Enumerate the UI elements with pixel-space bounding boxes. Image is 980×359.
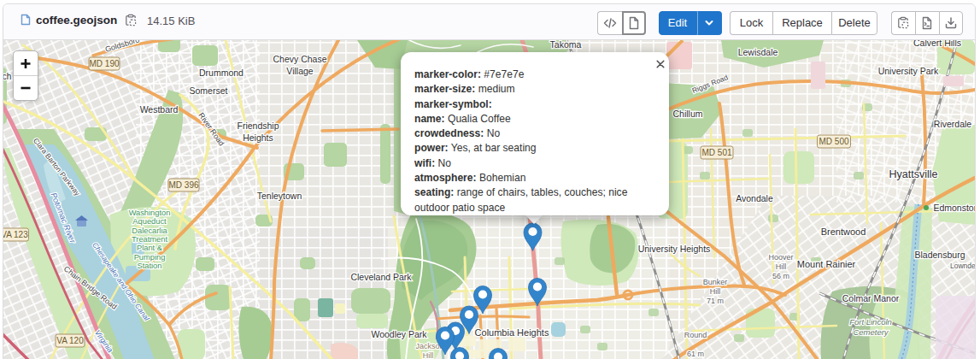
svg-text:Columbia Heights: Columbia Heights <box>475 327 549 338</box>
svg-text:Pumping: Pumping <box>134 253 166 262</box>
svg-text:Treatment: Treatment <box>132 235 167 244</box>
svg-text:Brentwood: Brentwood <box>821 227 866 237</box>
svg-text:56 m: 56 m <box>772 272 789 280</box>
svg-text:Aqueduct: Aqueduct <box>132 217 167 226</box>
svg-text:Riverdale: Riverdale <box>934 119 972 129</box>
svg-text:Hyattsville: Hyattsville <box>889 168 938 180</box>
svg-text:Cemetery: Cemetery <box>853 327 889 337</box>
svg-text:Tenleytown: Tenleytown <box>257 191 302 201</box>
svg-text:Plant &: Plant & <box>137 244 163 252</box>
svg-text:MD 396: MD 396 <box>168 180 198 190</box>
svg-text:Hill: Hill <box>423 351 434 359</box>
svg-text:Westbard: Westbard <box>140 104 179 115</box>
svg-text:Drummond: Drummond <box>199 68 244 78</box>
svg-text:Somerset: Somerset <box>190 85 228 96</box>
svg-text:Mount Rainier: Mount Rainier <box>797 259 856 269</box>
svg-text:Colmar Manor: Colmar Manor <box>842 293 900 303</box>
svg-text:Edmonston: Edmonston <box>933 203 975 213</box>
svg-text:Friendship: Friendship <box>237 121 279 131</box>
svg-text:Avondale: Avondale <box>736 193 773 203</box>
svg-text:ch: ch <box>3 72 11 81</box>
svg-text:71 m: 71 m <box>707 297 724 305</box>
svg-text:Station: Station <box>138 262 162 270</box>
svg-text:Hill: Hill <box>710 287 721 296</box>
svg-text:MD 501: MD 501 <box>701 148 731 157</box>
svg-text:Cleveland Park: Cleveland Park <box>350 272 412 282</box>
svg-text:Bunker: Bunker <box>703 278 728 286</box>
svg-text:Fort Lincoln: Fort Lincoln <box>849 317 892 327</box>
svg-text:61 m: 61 m <box>687 350 704 358</box>
svg-text:University Park: University Park <box>878 66 939 76</box>
svg-text:Village: Village <box>286 66 313 76</box>
svg-text:MD 500: MD 500 <box>819 137 848 146</box>
svg-text:Hill: Hill <box>776 262 787 271</box>
svg-text:Washington: Washington <box>129 209 171 217</box>
svg-text:Takoma: Takoma <box>550 40 582 50</box>
svg-text:Round: Round <box>684 331 707 339</box>
svg-text:VA 120: VA 120 <box>56 336 84 345</box>
svg-text:Woodley Park: Woodley Park <box>371 329 427 339</box>
svg-text:Lowndes: Lowndes <box>950 262 975 270</box>
svg-text:Chevy Chase: Chevy Chase <box>273 54 326 64</box>
svg-text:Heights: Heights <box>243 132 273 143</box>
svg-text:Bladensburg: Bladensburg <box>915 250 965 260</box>
svg-text:Hoover: Hoover <box>768 253 793 262</box>
svg-text:VA 123: VA 123 <box>3 230 28 239</box>
svg-text:Chillum: Chillum <box>672 109 702 119</box>
svg-text:Lewisdale: Lewisdale <box>738 47 778 57</box>
svg-text:University Heights: University Heights <box>638 244 711 254</box>
svg-text:Calvert Hills: Calvert Hills <box>913 40 961 48</box>
svg-text:MD 190: MD 190 <box>89 59 119 68</box>
svg-text:Dalecarlia: Dalecarlia <box>132 227 167 235</box>
